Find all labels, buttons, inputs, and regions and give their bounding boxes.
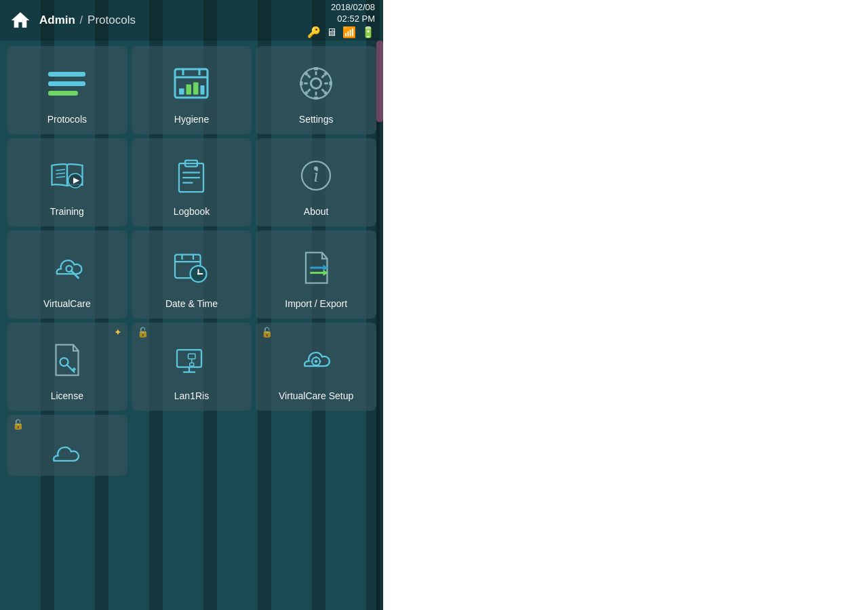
logbook-label: Logbook <box>174 206 210 217</box>
grid-item-hygiene[interactable]: Hygiene <box>132 46 252 134</box>
protocols-label: Protocols <box>47 114 87 125</box>
lock-badge-lan1ris: 🔓 <box>137 327 149 338</box>
header: Admin / Protocols 2018/02/08 02:52 PM 🔑 … <box>0 0 383 41</box>
display-icon: 🖥 <box>326 26 337 39</box>
battery-icon: 🔋 <box>361 26 375 39</box>
datetime-icon <box>167 244 215 291</box>
grid-item-logbook[interactable]: Logbook <box>132 138 252 226</box>
home-icon[interactable] <box>8 8 33 33</box>
svg-line-21 <box>56 177 65 178</box>
virtualcare-label: VirtualCare <box>43 298 91 309</box>
svg-point-31 <box>314 167 318 171</box>
svg-rect-53 <box>189 354 196 359</box>
virtualcare-icon <box>43 244 91 291</box>
date-line: 2018/02/08 <box>331 2 375 14</box>
svg-rect-10 <box>314 67 318 70</box>
svg-rect-13 <box>330 81 333 85</box>
breadcrumb-page: Protocols <box>87 14 136 26</box>
svg-point-41 <box>197 273 199 275</box>
grid-item-training[interactable]: Training <box>7 138 127 226</box>
settings-label: Settings <box>299 114 334 125</box>
lan1ris-icon <box>167 336 215 384</box>
license-icon <box>43 336 91 384</box>
scrollbar-thumb <box>376 41 383 122</box>
svg-point-33 <box>66 266 72 272</box>
star-badge: ✦ <box>114 327 122 338</box>
logbook-icon <box>167 152 215 199</box>
grid-item-settings[interactable]: Settings <box>256 46 376 134</box>
about-label: About <box>304 206 329 217</box>
svg-point-9 <box>311 79 321 89</box>
scrollbar[interactable] <box>376 41 383 610</box>
time-line: 02:52 PM <box>331 14 375 25</box>
grid-item-virtualcaresetup[interactable]: 🔓 VirtualCare Setup <box>256 323 376 411</box>
svg-point-57 <box>315 360 318 363</box>
grid-item-virtualcare[interactable]: VirtualCare <box>7 230 127 319</box>
datetime: 2018/02/08 02:52 PM <box>331 2 375 25</box>
virtualcaresetup-label: VirtualCare Setup <box>279 390 353 401</box>
lan1ris-label: Lan1Ris <box>174 390 209 401</box>
grid-item-license[interactable]: ✦ License <box>7 323 127 411</box>
importexport-icon <box>292 244 340 291</box>
grid-item-importexport[interactable]: Import / Export <box>256 230 376 319</box>
settings-icon <box>292 60 340 107</box>
key-icon: 🔑 <box>307 26 321 39</box>
breadcrumb-admin[interactable]: Admin <box>39 14 75 26</box>
grid-item-protocols[interactable]: Protocols <box>7 46 127 134</box>
svg-line-19 <box>56 169 65 171</box>
wifi-icon: 📶 <box>342 26 356 39</box>
grid-container: Protocols <box>0 41 383 610</box>
unknown-icon <box>43 428 91 476</box>
svg-rect-12 <box>300 81 303 85</box>
hygiene-label: Hygiene <box>174 114 209 125</box>
svg-rect-4 <box>179 89 184 95</box>
license-label: License <box>51 390 83 401</box>
grid-item-unknown[interactable]: 🔓 <box>7 415 127 476</box>
app-panel: Admin / Protocols 2018/02/08 02:52 PM 🔑 … <box>0 0 383 610</box>
protocols-icon <box>43 60 91 107</box>
grid-item-datetime[interactable]: Date & Time <box>132 230 252 319</box>
breadcrumb-separator: / <box>77 14 86 26</box>
breadcrumb: Admin / Protocols <box>39 14 136 27</box>
status-icons: 🔑 🖥 📶 🔋 <box>307 26 375 39</box>
datetime-label: Date & Time <box>165 298 218 309</box>
svg-rect-11 <box>314 97 318 100</box>
svg-rect-5 <box>186 85 192 95</box>
header-left: Admin / Protocols <box>8 8 136 33</box>
lock-badge-vcsetup: 🔓 <box>261 327 273 338</box>
grid-item-lan1ris[interactable]: 🔓 Lan1Ris <box>132 323 252 411</box>
svg-rect-7 <box>201 85 205 95</box>
svg-rect-6 <box>193 83 199 95</box>
svg-line-20 <box>56 173 65 174</box>
svg-rect-55 <box>190 363 194 367</box>
about-icon: i <box>292 152 340 199</box>
hygiene-icon <box>167 60 215 107</box>
grid-item-about[interactable]: i About <box>256 138 376 226</box>
virtualcaresetup-icon <box>292 336 340 384</box>
grid: Protocols <box>7 46 376 476</box>
header-right: 2018/02/08 02:52 PM 🔑 🖥 📶 🔋 <box>307 2 375 39</box>
importexport-label: Import / Export <box>285 298 347 309</box>
lock-badge-unknown: 🔓 <box>12 419 24 430</box>
training-icon <box>43 152 91 199</box>
training-label: Training <box>50 206 84 217</box>
